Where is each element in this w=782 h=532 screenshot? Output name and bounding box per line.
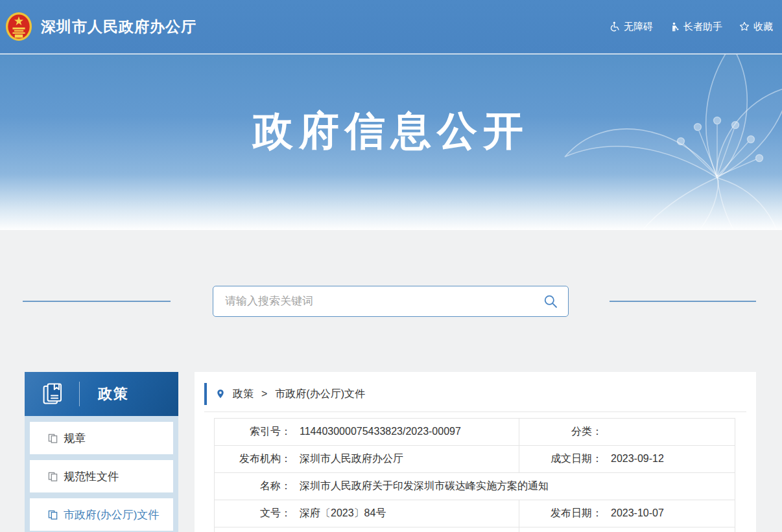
meta-value: 2023-09-12 bbox=[611, 453, 664, 464]
page-title: 政府信息公开 bbox=[0, 104, 782, 158]
index-number-cell: 索引号：114403000075433823/2023-00097 bbox=[215, 419, 519, 446]
breadcrumb: 政策 > 市政府(办公厅)文件 bbox=[204, 384, 756, 404]
breadcrumb-divider bbox=[204, 411, 746, 412]
banner: 政府信息公开 bbox=[0, 54, 782, 230]
favorite-label: 收藏 bbox=[753, 21, 773, 33]
meta-value: 深圳市人民政府关于印发深圳市碳达峰实施方案的通知 bbox=[300, 480, 549, 491]
sidebar-header: 政策 bbox=[25, 372, 178, 416]
search-icon bbox=[543, 294, 558, 308]
document-name-cell: 名称：深圳市人民政府关于印发深圳市碳达峰实施方案的通知 bbox=[215, 473, 735, 500]
header-utility-links: 无障碍 长者助手 收藏 bbox=[610, 21, 773, 33]
sidebar-item-label: 规范性文件 bbox=[64, 469, 119, 484]
meta-label: 成文日期： bbox=[519, 452, 602, 466]
table-row: 文号：深府〔2023〕84号 发布日期：2023-10-07 bbox=[215, 500, 735, 527]
document-icon bbox=[48, 472, 58, 481]
search-box bbox=[213, 286, 569, 317]
meta-label: 文号： bbox=[215, 507, 291, 520]
sidebar-item-label: 市政府(办公厅)文件 bbox=[64, 507, 159, 522]
search-button[interactable] bbox=[543, 294, 558, 308]
empty-cell bbox=[519, 527, 735, 532]
meta-label: 索引号： bbox=[215, 425, 291, 439]
sidebar: 政策 规章 bbox=[25, 372, 178, 532]
breadcrumb-separator: > bbox=[261, 388, 267, 400]
document-number-cell: 文号：深府〔2023〕84号 bbox=[215, 500, 519, 527]
document-icon bbox=[48, 510, 58, 520]
main-panel: 政策 > 市政府(办公厅)文件 索引号：114403000075433823/2… bbox=[195, 372, 756, 532]
sidebar-item-municipal-government-documents[interactable]: 市政府(办公厅)文件 bbox=[30, 498, 173, 531]
accessibility-link[interactable]: 无障碍 bbox=[610, 21, 653, 33]
elder-helper-label: 长者助手 bbox=[683, 21, 722, 33]
sidebar-item-regulations[interactable]: 规章 bbox=[30, 422, 173, 454]
meta-label: 分类： bbox=[519, 425, 602, 439]
publish-date-cell: 发布日期：2023-10-07 bbox=[519, 500, 735, 527]
breadcrumb-accent-bar bbox=[204, 383, 207, 405]
elder-icon bbox=[670, 22, 680, 32]
table-row bbox=[215, 527, 735, 532]
sidebar-menu: 规章 规范性文件 bbox=[25, 416, 178, 532]
breadcrumb-link-policy[interactable]: 政策 bbox=[233, 387, 254, 401]
table-row: 名称：深圳市人民政府关于印发深圳市碳达峰实施方案的通知 bbox=[215, 473, 735, 500]
decor-line-left bbox=[23, 301, 171, 302]
location-pin-icon bbox=[216, 389, 225, 399]
sidebar-item-label: 规章 bbox=[64, 431, 86, 446]
table-row: 发布机构：深圳市人民政府办公厅 成文日期：2023-09-12 bbox=[215, 446, 735, 473]
table-row: 索引号：114403000075433823/2023-00097 分类： bbox=[215, 419, 735, 446]
search-input[interactable] bbox=[225, 295, 543, 308]
favorite-link[interactable]: 收藏 bbox=[739, 21, 773, 33]
star-icon bbox=[739, 21, 750, 32]
site-title: 深圳市人民政府办公厅 bbox=[41, 17, 196, 37]
meta-value: 114403000075433823/2023-00097 bbox=[300, 426, 461, 437]
issue-date-cell: 成文日期：2023-09-12 bbox=[519, 446, 735, 473]
sidebar-header-divider bbox=[79, 382, 80, 406]
sidebar-title: 政策 bbox=[98, 384, 129, 404]
document-meta-table: 索引号：114403000075433823/2023-00097 分类： 发布… bbox=[214, 418, 735, 532]
accessibility-label: 无障碍 bbox=[624, 21, 653, 33]
elder-helper-link[interactable]: 长者助手 bbox=[670, 21, 722, 33]
policy-book-icon bbox=[41, 382, 65, 406]
issuing-agency-cell: 发布机构：深圳市人民政府办公厅 bbox=[215, 446, 519, 473]
page: 深圳市人民政府办公厅 无障碍 bbox=[0, 0, 782, 532]
category-cell: 分类： bbox=[519, 419, 735, 446]
meta-value: 深圳市人民政府办公厅 bbox=[300, 453, 403, 464]
wheelchair-icon bbox=[610, 21, 620, 32]
meta-label: 名称： bbox=[215, 480, 291, 493]
empty-cell bbox=[215, 527, 519, 532]
meta-value: 2023-10-07 bbox=[611, 507, 664, 518]
meta-value: 深府〔2023〕84号 bbox=[300, 507, 386, 518]
top-header: 深圳市人民政府办公厅 无障碍 bbox=[0, 0, 782, 54]
sidebar-item-normative-documents[interactable]: 规范性文件 bbox=[30, 460, 173, 492]
breadcrumb-current: 市政府(办公厅)文件 bbox=[275, 387, 365, 401]
document-icon bbox=[48, 434, 58, 443]
content-section: 政策 规章 bbox=[0, 230, 782, 532]
meta-label: 发布机构： bbox=[215, 452, 291, 466]
decor-line-right bbox=[610, 301, 756, 302]
national-emblem-icon bbox=[5, 12, 32, 41]
meta-label: 发布日期： bbox=[519, 507, 602, 520]
